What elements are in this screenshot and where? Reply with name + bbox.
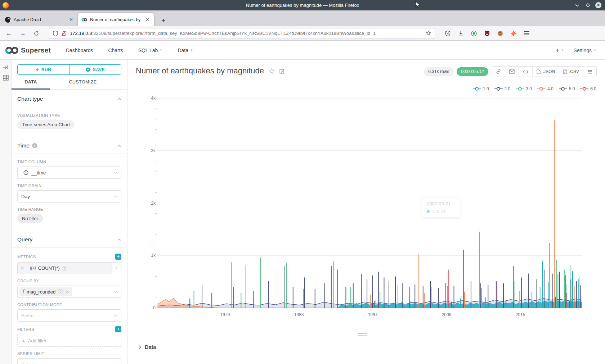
time-column-value: __time: [31, 170, 46, 176]
edit-properties-icon[interactable]: [279, 68, 285, 74]
tab-data[interactable]: DATA: [12, 75, 50, 89]
chart-legend: 1.0 2.0 3.0 4.0 5.0 6.0: [473, 86, 596, 91]
add-new-button[interactable]: +: [555, 48, 564, 53]
add-filter-button[interactable]: +: [115, 326, 121, 332]
browser-tab-bar: Apache Druid ✕ Numer of earthquakes by ✕…: [0, 10, 605, 26]
export-json-button[interactable]: .JSON: [532, 67, 559, 77]
y-axis-tick: 2k: [142, 201, 156, 206]
x-axis-tick: 1997: [362, 312, 384, 317]
file-icon: x: [563, 69, 567, 74]
settings-menu[interactable]: Settings: [573, 47, 596, 53]
legend-item[interactable]: 3.0: [516, 86, 532, 91]
legend-item[interactable]: 5.0: [559, 86, 575, 91]
extension-green-icon[interactable]: [471, 31, 477, 36]
nav-sql-lab[interactable]: SQL Lab: [138, 47, 163, 53]
favorite-star-icon[interactable]: [269, 68, 275, 74]
y-axis-tick: 0: [142, 305, 156, 310]
section-chart-type[interactable]: Chart type: [12, 90, 127, 107]
window-close-icon[interactable]: ✕: [595, 2, 601, 8]
expand-datasource-panel-icon[interactable]: [0, 60, 11, 70]
tab-title: Apache Druid: [14, 17, 68, 22]
tab-title: Numer of earthquakes by: [90, 17, 144, 22]
panel-resize-handle[interactable]: [358, 333, 367, 337]
tab-close-icon[interactable]: ✕: [68, 17, 74, 22]
file-icon: [537, 69, 541, 74]
section-time[interactable]: Timei: [12, 137, 127, 154]
chevron-down-icon: [114, 291, 117, 293]
contribution-mode-select[interactable]: Select ...: [17, 309, 121, 322]
legend-item[interactable]: 2.0: [494, 86, 511, 91]
time-range-label: TIME RANGE: [17, 207, 43, 211]
group-by-select[interactable]: f mag_rounded ? ✕: [17, 286, 121, 298]
time-column-label: TIME COLUMN: [17, 160, 46, 164]
query-timer-badge: 00:00:05.12: [457, 67, 488, 76]
protections-shield-icon[interactable]: [445, 31, 451, 36]
nav-charts[interactable]: Charts: [108, 47, 123, 53]
time-grain-select[interactable]: Day: [17, 190, 121, 203]
add-metric-button[interactable]: +: [115, 254, 121, 260]
help-icon: ?: [62, 266, 67, 271]
add-filter-dropzone[interactable]: + Add filter: [17, 335, 121, 347]
legend-item[interactable]: 1.0: [473, 86, 489, 91]
group-by-chip[interactable]: f mag_rounded ? ✕: [19, 287, 72, 296]
insecure-lock-icon[interactable]: [61, 31, 66, 36]
downloads-icon[interactable]: [458, 31, 463, 36]
group-by-label: GROUP BY: [17, 279, 39, 283]
reload-icon[interactable]: [34, 31, 39, 36]
embed-code-button[interactable]: [519, 67, 532, 77]
back-icon[interactable]: ←: [6, 30, 12, 37]
chart-menu-button[interactable]: [583, 67, 596, 77]
timeseries-area-chart[interactable]: [154, 94, 582, 308]
copy-link-button[interactable]: [492, 67, 505, 77]
time-range-value[interactable]: No filter: [17, 214, 43, 223]
superset-logo[interactable]: Superset: [5, 46, 51, 54]
container-extension-icon[interactable]: [511, 31, 516, 36]
series-limit-select[interactable]: Select ...: [17, 358, 121, 364]
window-titlebar: Numer of earthquakes by magnitude — Mozi…: [0, 0, 605, 10]
tracking-shield-icon[interactable]: [53, 31, 58, 36]
info-icon: i: [32, 143, 37, 148]
browser-tab-superset[interactable]: Numer of earthquakes by ✕: [78, 13, 154, 26]
legend-item[interactable]: 4.0: [537, 86, 554, 91]
tab-customize[interactable]: CUSTOMIZE: [50, 75, 116, 89]
cookie-extension-icon[interactable]: [497, 31, 503, 36]
save-button[interactable]: SAVE: [70, 65, 121, 74]
section-query[interactable]: Query: [12, 231, 127, 248]
browser-tab-druid[interactable]: Apache Druid ✕: [1, 13, 78, 26]
email-button[interactable]: [505, 67, 519, 77]
bookmark-star-icon[interactable]: [426, 31, 431, 36]
forward-icon[interactable]: →: [20, 30, 26, 37]
data-panel-toggle[interactable]: Data: [127, 339, 605, 350]
time-column-select[interactable]: __time: [17, 167, 121, 179]
bolt-icon: [36, 67, 39, 72]
window-maximize-icon[interactable]: [585, 3, 591, 8]
remove-metric-icon[interactable]: ✕: [18, 263, 27, 274]
tab-close-icon[interactable]: ✕: [144, 17, 151, 22]
viz-type-value[interactable]: Time-series Area Chart: [17, 120, 75, 129]
ublock-icon[interactable]: [484, 31, 490, 36]
url-bar[interactable]: 172.18.0.3:32108/superset/explore/?form_…: [49, 28, 435, 39]
nav-data[interactable]: Data: [178, 47, 193, 53]
column-function-icon: f: [23, 289, 24, 295]
expand-metric-icon[interactable]: [112, 263, 121, 274]
legend-item[interactable]: 6.0: [580, 86, 596, 91]
y-axis-tick: 3k: [142, 148, 156, 153]
window-title: Numer of earthquakes by magnitude — Mozi…: [0, 3, 605, 8]
url-input[interactable]: 172.18.0.3:32108/superset/explore/?form_…: [70, 31, 426, 36]
x-axis-tick: 1979: [214, 312, 236, 317]
browser-menu-icon[interactable]: [524, 31, 529, 35]
superset-favicon: [81, 17, 87, 23]
metric-control[interactable]: ✕ f(x)COUNT(*)?: [17, 262, 121, 274]
run-button[interactable]: RUN: [18, 65, 70, 74]
superset-navbar: Superset Dashboards Charts SQL Lab Data …: [0, 41, 605, 60]
remove-chip-icon[interactable]: ✕: [66, 290, 69, 294]
plus-icon: +: [22, 338, 25, 344]
nav-dashboards[interactable]: Dashboards: [66, 47, 93, 53]
dataset-grid-icon[interactable]: [0, 70, 11, 81]
tooltip-date: 2002-03-21: [427, 201, 456, 206]
chevron-down-icon: [114, 314, 117, 317]
new-tab-button[interactable]: +: [158, 17, 169, 26]
function-icon: f(x): [30, 265, 36, 271]
export-csv-button[interactable]: x .CSV: [559, 67, 583, 77]
window-minimize-icon[interactable]: [574, 3, 580, 8]
